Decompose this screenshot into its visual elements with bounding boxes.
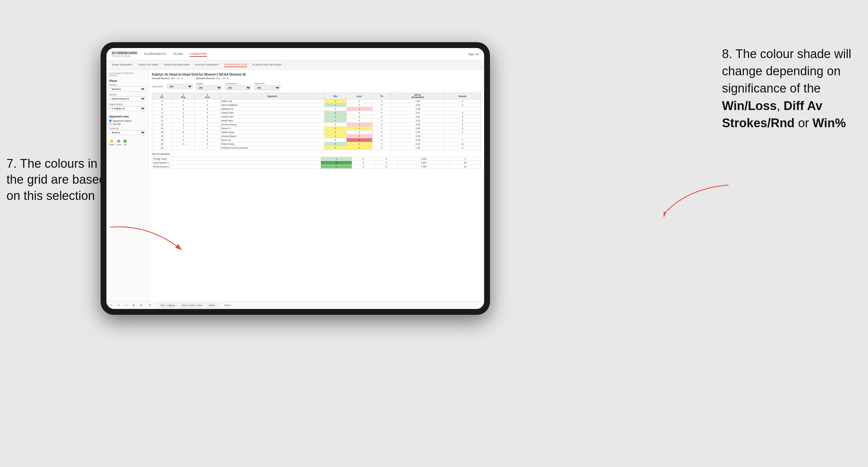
bottom-toolbar: ↩ ↪ ↩ ⧉ ⊕ · ⏱ View: Original Save Custom… xyxy=(106,301,484,309)
table-row: 16 1 1 Jessica Mason 1 2 0 -0.94 xyxy=(152,134,481,138)
col-rounds: Rounds xyxy=(444,93,480,99)
sidebar: Last Updated: 27/03/2024 16:55:38 Player… xyxy=(106,69,149,301)
opponents-filter-select[interactable]: (All) xyxy=(167,84,193,89)
radio-opponents-played[interactable]: Opponents Played xyxy=(109,119,146,122)
sub-nav: TEAM SUMMARY TEAM H2H GRID TEAM H2H HEAT… xyxy=(106,60,484,69)
table-row: 20 11 6 Emily Chang 4 1 0 0.30 11 xyxy=(152,142,481,146)
col-diff: Diff AvStrokes/Rnd xyxy=(391,93,444,99)
sub-nav-team-h2h-heatmap[interactable]: TEAM H2H HEATMAP xyxy=(163,63,190,67)
legend-down-circle xyxy=(110,139,113,143)
col-conf: #Conf xyxy=(195,93,220,99)
col-reg: #Reg xyxy=(172,93,194,99)
conference-filter-group: Conference (All) xyxy=(225,83,251,90)
legend-up-circle xyxy=(123,139,127,143)
nav-teams[interactable]: TEAMS xyxy=(173,52,183,57)
grid-title: Katelyn Vo Head-to-Head Grid for Women's… xyxy=(152,73,481,76)
table-row: 20 7 Federica Domecq Lacroze 2 1 0 1.33 … xyxy=(152,146,481,150)
opponent-filter-group: Opponent (All) xyxy=(254,83,280,90)
arrow-right-svg xyxy=(663,179,728,217)
player-rank-dropdown[interactable]: 8. Katelyn Vo xyxy=(109,106,146,111)
division-dropdown[interactable]: NCAA Division III xyxy=(109,96,146,101)
legend-down: Down xyxy=(109,139,115,146)
sub-nav-team-h2h-grid[interactable]: TEAM H2H GRID xyxy=(138,63,158,67)
annotation-left: 7. The colours in the grid are based on … xyxy=(6,156,110,204)
toolbar-divider-2 xyxy=(220,303,220,308)
table-row: NCAA Division 2 5 0 0 7.400 10 xyxy=(152,165,481,169)
table-row: 13 1 1 Jessica Huang 0 1 0 -3.00 2 xyxy=(152,123,481,127)
col-opponent: Opponent xyxy=(220,93,324,99)
region-label: Region xyxy=(196,83,222,85)
region-select[interactable]: (All) xyxy=(196,85,222,90)
save-custom-button[interactable]: Save Custom View xyxy=(180,303,204,307)
player-rank-label: Player (Rank) xyxy=(109,103,146,105)
nav-committee[interactable]: COMMITTEE xyxy=(189,52,207,57)
h2h-table: #Div #Reg #Conf Opponent Win Loss Tie Di… xyxy=(152,93,481,150)
filter-row: Opponents: (All) Region (All) Conference xyxy=(152,83,481,90)
table-row: 11 1 2 Heejo Hyun 1 0 0 3.33 3 xyxy=(152,119,481,123)
toolbar-divider-1 xyxy=(155,303,155,308)
opponent-label: Opponent xyxy=(254,83,280,85)
annotation-right: 8. The colour shade will change dependin… xyxy=(722,45,858,132)
watch-button[interactable]: Watch xyxy=(207,303,217,307)
legend: Down Level Up xyxy=(109,139,146,146)
colour-by-dropdown[interactable]: Win/loss xyxy=(109,130,146,135)
table-row: 10 6 3 Andrea York 2 0 0 4.00 4 xyxy=(152,115,481,119)
gender-label: Gender xyxy=(109,84,146,86)
division-label: Division xyxy=(109,93,146,96)
nav-right: Sign out xyxy=(468,53,479,56)
opponent-select[interactable]: (All) xyxy=(254,85,280,90)
tablet-frame: SCOREBOARD Powered by clippd TOURNAMENTS… xyxy=(101,42,490,315)
conference-select[interactable]: (All) xyxy=(225,85,251,90)
grid-content: Katelyn Vo Head-to-Head Grid for Women's… xyxy=(149,69,484,301)
copy-button[interactable]: ⧉ xyxy=(131,303,136,308)
table-row: 9 1 4 Sharon Mun 1 0 0 3.67 3 xyxy=(152,111,481,115)
sub-nav-player-h2h-grid[interactable]: PLAYER H2H GRID xyxy=(224,62,247,67)
table-row: 6 3 3 Sydney Kuo 0 1 0 -1.00 xyxy=(152,107,481,111)
sub-nav-player-h2h-heatmap[interactable]: PLAYER H2H HEATMAP xyxy=(252,63,282,67)
annotation-bold3: Win% xyxy=(812,116,846,130)
paste-button[interactable]: ⊕ · xyxy=(138,303,145,307)
opponents-filter-group: (All) xyxy=(167,84,193,89)
table-row: NAIA Division 1 15 0 0 9.267 30 xyxy=(152,161,481,165)
nav-tournaments[interactable]: TOURNAMENTS xyxy=(144,52,166,57)
sidebar-player-section: Player xyxy=(109,79,146,83)
col-loss: Loss xyxy=(346,93,372,99)
out-of-division-header: Out of division xyxy=(152,153,481,155)
legend-level-circle xyxy=(117,139,120,143)
grid-subtitle: Overall Record: 353 - 34 - 6 Division Re… xyxy=(152,77,481,80)
tablet-screen: SCOREBOARD Powered by clippd TOURNAMENTS… xyxy=(106,48,484,309)
table-row: 18 2 2 Euna Lee 0 3 0 -5.00 2 xyxy=(152,138,481,142)
clock-button[interactable]: ⏱ xyxy=(147,303,153,307)
share-button[interactable]: Share xyxy=(223,303,232,307)
sign-out-link[interactable]: Sign out xyxy=(468,53,479,56)
undo2-button[interactable]: ↩ xyxy=(124,303,129,307)
nav-bar: SCOREBOARD Powered by clippd TOURNAMENTS… xyxy=(106,48,484,60)
legend-level: Level xyxy=(117,139,122,146)
radio-top100[interactable]: Top 100 xyxy=(109,123,146,125)
opponents-filter-label: Opponents: xyxy=(152,85,163,88)
nav-logo: SCOREBOARD Powered by clippd xyxy=(112,51,137,57)
conference-label: Conference xyxy=(225,83,251,85)
col-div: #Div xyxy=(152,93,172,99)
opponent-view-label: Opponent view xyxy=(109,115,146,118)
gender-dropdown[interactable]: Women's xyxy=(109,87,146,92)
table-row: 3 1 1 Esther Lee 1 0 1 1.50 4 xyxy=(152,99,481,103)
region-filter-group: Region (All) xyxy=(196,83,222,90)
col-win: Win xyxy=(324,93,346,99)
table-row: 5 2 2 Alexis Sudjianto 1 0 0 4.00 3 xyxy=(152,103,481,107)
out-of-division-table: Foreign Team 1 0 0 4.500 2 NAIA Division… xyxy=(152,157,481,169)
sub-nav-player-summary[interactable]: PLAYER SUMMARY xyxy=(195,63,219,67)
table-row: Foreign Team 1 0 0 4.500 2 xyxy=(152,157,481,161)
main-content: Last Updated: 27/03/2024 16:55:38 Player… xyxy=(106,69,484,301)
view-original-button[interactable]: View: Original xyxy=(158,303,177,307)
undo-button[interactable]: ↩ xyxy=(109,303,114,307)
colour-by-label: Colour by xyxy=(109,127,146,129)
sub-nav-team-summary[interactable]: TEAM SUMMARY xyxy=(112,63,133,67)
timestamp: Last Updated: 27/03/2024 16:55:38 xyxy=(109,72,146,76)
annotation-bold1: Win/Loss xyxy=(722,99,777,113)
redo-button[interactable]: ↪ xyxy=(117,303,121,307)
nav-links: TOURNAMENTS TEAMS COMMITTEE xyxy=(144,52,468,57)
arrow-left-svg xyxy=(110,221,188,260)
col-tie: Tie xyxy=(372,93,391,99)
opponent-view-radio-group: Opponents Played Top 100 xyxy=(109,119,146,125)
